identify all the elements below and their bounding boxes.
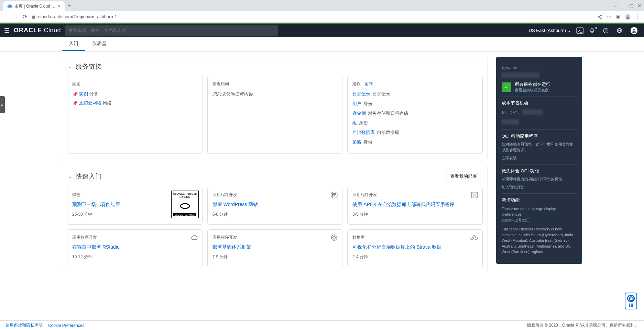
- close-window-icon[interactable]: ✕: [637, 3, 641, 8]
- wordpress-icon: [330, 191, 338, 199]
- hamburger-icon[interactable]: ☰: [4, 27, 10, 34]
- quickstart-card[interactable]: 数据库 可视化和分析自治数据库上的 Strava 数据 2-4 分钟: [347, 229, 483, 267]
- app-header: ☰ ORACLE Cloud US East (Ashburn) ⌄ >_ ?: [0, 23, 644, 37]
- region-selector[interactable]: US East (Ashburn) ⌄: [529, 28, 571, 33]
- quickstart-card[interactable]: 应用程序开发 使用 APEX 在自治数据库上部署低代码应用程序 3-5 分钟: [347, 187, 483, 225]
- maximize-icon[interactable]: ▢: [629, 3, 633, 8]
- customize-link[interactable]: 定制: [364, 81, 373, 86]
- globe-icon[interactable]: [616, 27, 626, 34]
- user-avatar-icon[interactable]: [630, 27, 640, 34]
- suggest-item[interactable]: 存储桶对象存储和归档存储: [352, 110, 478, 116]
- bike-icon: [470, 234, 478, 240]
- lock-icon: [31, 14, 36, 19]
- suggest-item[interactable]: 自治数据库自治数据库: [352, 129, 478, 136]
- info-sidebar: 您的租户 ✓ 所有服务都在运行 查看健康状况仪表盘 成本节省机会 估计节省： O…: [496, 57, 582, 264]
- cloud-icon: [7, 3, 12, 9]
- share-icon[interactable]: [597, 14, 602, 20]
- suggest-item[interactable]: 日志记录日志记录: [352, 91, 478, 97]
- quickstart-card[interactable]: 特色 预测下一场比赛的结果 25-30 分钟 ORACLE Red Bull R…: [67, 187, 203, 225]
- svg-point-6: [633, 29, 635, 31]
- profile-icon[interactable]: [625, 14, 631, 20]
- quickstart-panel: ⌄ 快速入门 查看我的部署 特色 预测下一场比赛的结果 25-30 分钟 ORA…: [62, 166, 488, 272]
- service-links-panel: ⌄ 服务链接 固定 📌 实例 计算 📌 虚拟云网络 网络: [62, 57, 488, 159]
- dev-tools-icon[interactable]: >_: [575, 28, 585, 33]
- collapse-handle[interactable]: ▸: [0, 96, 5, 113]
- bell-icon[interactable]: [589, 27, 599, 34]
- grid-icon: [629, 304, 633, 307]
- cookie-link[interactable]: Cookie Preferences: [48, 323, 84, 327]
- close-icon[interactable]: ×: [58, 3, 61, 9]
- back-button[interactable]: ←: [3, 14, 9, 20]
- terraform-icon: [330, 234, 338, 241]
- window-controls: ⌄ — ▢ ✕: [613, 3, 641, 8]
- chevron-down-icon[interactable]: ⌄: [68, 64, 72, 69]
- chevron-down-icon[interactable]: ⌄: [613, 3, 616, 8]
- news-item[interactable]: Time zone and language display preferenc…: [502, 206, 577, 223]
- preview-link[interactable]: 加入预览计划: [502, 185, 524, 190]
- pin-icon: 📌: [72, 101, 78, 106]
- redbull-logo: ORACLE Red Bull RACING CLOUD PARTNER: [171, 191, 199, 218]
- pinned-item[interactable]: 📌 实例 计算: [72, 91, 197, 97]
- quickstart-card[interactable]: 应用程序开发 在容器中部署 RStudio 10-12 分钟: [67, 229, 203, 267]
- minimize-icon[interactable]: —: [621, 3, 625, 8]
- page-tabs: 入门 仪表盘: [0, 37, 644, 52]
- extensions-icon[interactable]: ▣: [615, 13, 621, 20]
- tab-title: 主页 | Oracle Cloud Infrastr: [14, 3, 56, 9]
- page-footer: 使用条款和隐私声明 Cookie Preferences 版权所有 © 2023…: [0, 320, 644, 327]
- search-container: [65, 25, 278, 36]
- view-deployments-button[interactable]: 查看我的部署: [446, 171, 481, 182]
- quickstart-card[interactable]: 应用程序开发 部署基础体系框架 7-9 分钟: [207, 229, 343, 267]
- copyright: 版权所有 © 2023，Oracle 和/或其关联公司。保留所有权利。: [527, 322, 638, 327]
- svg-point-11: [333, 236, 336, 239]
- tab-getting-started[interactable]: 入门: [62, 37, 85, 51]
- svg-point-7: [181, 204, 189, 208]
- help-ring-icon: [627, 295, 635, 302]
- address-bar[interactable]: cloud.oracle.com/?region=us-ashburn-1: [31, 14, 593, 19]
- suggest-item[interactable]: 策略身份: [352, 139, 478, 145]
- tab-dashboard[interactable]: 仪表盘: [85, 37, 113, 51]
- browser-toolbar: ← → ⟳ cloud.oracle.com/?region=us-ashbur…: [0, 11, 644, 23]
- svg-point-1: [627, 15, 629, 17]
- cost-blurred2: [502, 119, 519, 125]
- browser-tab-bar: 主页 | Oracle Cloud Infrastr × + ⌄ — ▢ ✕: [0, 0, 644, 11]
- suggest-item[interactable]: 用户身份: [352, 101, 478, 107]
- check-icon: ✓: [502, 82, 511, 92]
- suggest-item[interactable]: 组身份: [352, 120, 478, 126]
- main-content: ⌄ 服务链接 固定 📌 实例 计算 📌 虚拟云网络 网络: [0, 52, 644, 327]
- chevron-down-icon[interactable]: ⌄: [68, 174, 72, 179]
- help-float-button[interactable]: [625, 293, 637, 309]
- panel-title: 服务链接: [76, 62, 102, 71]
- status-indicator[interactable]: ✓ 所有服务都在运行 查看健康状况仪表盘: [502, 81, 577, 93]
- panel-title: 快速入门: [76, 172, 102, 181]
- pinned-item[interactable]: 📌 虚拟云网络 网络: [72, 100, 197, 106]
- cloud-icon: [190, 234, 198, 241]
- apex-icon: [471, 191, 478, 199]
- new-tab-button[interactable]: +: [67, 2, 70, 9]
- reload-button[interactable]: ⟳: [23, 13, 27, 20]
- recent-card: 最近访问 您尚未访问任何内容。: [207, 76, 343, 154]
- pinned-card: 固定 📌 实例 计算 📌 虚拟云网络 网络: [67, 76, 203, 154]
- search-input[interactable]: [65, 25, 278, 36]
- pin-icon: 📌: [72, 92, 78, 97]
- bookmark-icon[interactable]: ☆: [607, 13, 611, 20]
- install-link[interactable]: 立即安装: [502, 156, 517, 161]
- cost-blurred: [522, 110, 543, 115]
- suggest-card: 建议 - 定制 日志记录日志记录 用户身份 存储桶对象存储和归档存储 组身份 自…: [347, 76, 483, 154]
- oracle-logo[interactable]: ORACLE Cloud: [14, 27, 61, 34]
- quickstart-card[interactable]: 应用程序开发 部署 WordPress 网站 6-8 分钟: [207, 187, 343, 225]
- browser-tab[interactable]: 主页 | Oracle Cloud Infrastr ×: [3, 1, 65, 11]
- chevron-down-icon: ⌄: [567, 28, 571, 33]
- help-icon[interactable]: ?: [603, 27, 612, 34]
- empty-state: 您尚未访问任何内容。: [212, 91, 338, 97]
- tenant-name-blurred: [502, 72, 539, 78]
- menu-icon[interactable]: ⋮: [635, 13, 641, 20]
- svg-text:?: ?: [605, 29, 607, 32]
- forward-button: →: [13, 14, 19, 20]
- terms-link[interactable]: 使用条款和隐私声明: [6, 322, 43, 327]
- url-text: cloud.oracle.com/?region=us-ashburn-1: [38, 14, 117, 19]
